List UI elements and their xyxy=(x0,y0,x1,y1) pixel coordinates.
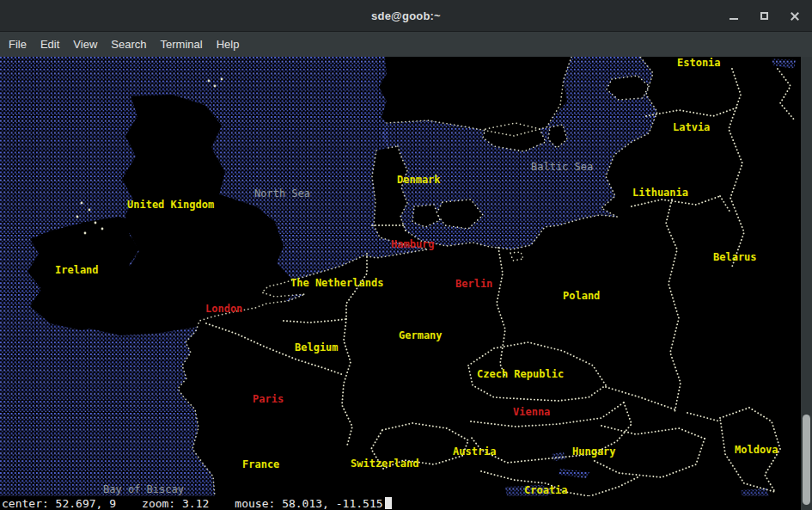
minimize-icon xyxy=(730,18,738,20)
terminal-window: sde@goob:~ File Edit View Search Termina… xyxy=(0,0,812,510)
mapscii-statusbar: center: 52.697, 9 zoom: 3.12 mouse: 58.0… xyxy=(0,496,812,510)
terminal-content: EstoniaLatviaBaltic SeaDenmarkLithuaniaN… xyxy=(0,57,812,510)
menu-help[interactable]: Help xyxy=(210,34,247,54)
menu-terminal[interactable]: Terminal xyxy=(154,34,210,54)
menu-edit[interactable]: Edit xyxy=(34,34,66,54)
menu-file[interactable]: File xyxy=(2,34,34,54)
close-icon xyxy=(790,11,799,21)
status-center: center: 52.697, 9 xyxy=(2,497,116,510)
maximize-button[interactable] xyxy=(758,9,770,22)
terminal-cursor xyxy=(385,497,392,509)
menubar: File Edit View Search Terminal Help xyxy=(0,32,812,57)
status-zoom: zoom: 3.12 xyxy=(142,497,209,510)
window-controls xyxy=(728,0,800,31)
scrollbar-track[interactable] xyxy=(801,57,812,510)
window-title: sde@goob:~ xyxy=(371,9,441,22)
status-mouse: mouse: 58.013, -11.515 xyxy=(235,497,382,510)
minimize-button[interactable] xyxy=(728,9,740,22)
scrollbar-thumb[interactable] xyxy=(803,415,810,505)
menu-search[interactable]: Search xyxy=(104,34,153,54)
mapscii-europe-map[interactable] xyxy=(0,57,812,496)
land-ireland xyxy=(27,217,139,330)
titlebar: sde@goob:~ xyxy=(0,0,812,32)
maximize-icon xyxy=(760,12,768,20)
menu-view[interactable]: View xyxy=(66,34,104,54)
close-button[interactable] xyxy=(788,9,800,22)
